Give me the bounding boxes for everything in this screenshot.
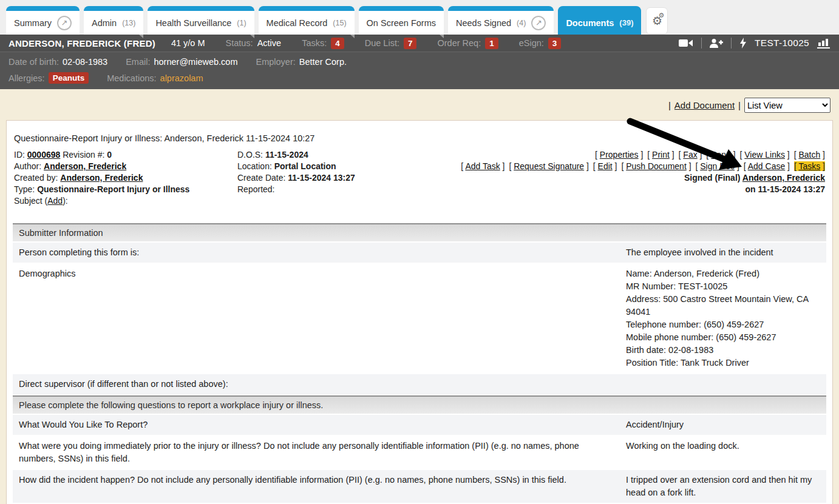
action-request-signature[interactable]: Request Signature bbox=[509, 161, 589, 171]
tab-count: (15) bbox=[333, 19, 346, 27]
dos-value: 11-15-2024 bbox=[265, 150, 308, 160]
answer-cell: Name: Anderson, Frederick (Fred) MR Numb… bbox=[620, 264, 826, 373]
document-panel: Questionnaire-Report Injury or Illness: … bbox=[6, 120, 833, 504]
chart-tab-bar: Summary ↗ Admin (13) Health Surveillance… bbox=[0, 0, 839, 35]
action-properties[interactable]: Properties bbox=[595, 150, 643, 160]
order-req-count-badge[interactable]: 1 bbox=[485, 38, 498, 49]
document-title: Questionnaire-Report Injury or Illness: … bbox=[7, 121, 832, 143]
type-label: Type: bbox=[14, 184, 35, 194]
answer-cell: The employee involved in the incident bbox=[620, 243, 826, 263]
tab-on-screen-forms[interactable]: On Screen Forms bbox=[359, 6, 444, 35]
document-id-link[interactable]: 0000698 bbox=[27, 150, 61, 160]
medication-value[interactable]: alprazolam bbox=[160, 73, 203, 83]
employer-value: Better Corp. bbox=[299, 57, 347, 67]
tab-admin[interactable]: Admin (13) bbox=[84, 6, 143, 35]
action-tasks-highlighted[interactable]: Tasks bbox=[794, 161, 825, 171]
action-send[interactable]: Send bbox=[706, 150, 735, 160]
tab-health-surveillance[interactable]: Health Surveillance (1) bbox=[148, 6, 254, 35]
settings-button[interactable]: ⚙ ⚙ bbox=[646, 7, 668, 35]
question-cell: Demographics bbox=[13, 264, 620, 373]
answer-cell: Accident/Injury bbox=[620, 415, 826, 435]
patient-header-bar: ANDERSON, FREDERICK (FRED) 41 y/o M Stat… bbox=[0, 35, 839, 52]
tab-summary[interactable]: Summary ↗ bbox=[6, 6, 80, 35]
order-req-label: Order Req: bbox=[437, 38, 481, 48]
tab-dropdown-fold-icon bbox=[250, 35, 254, 38]
due-list-label: Due List: bbox=[365, 38, 399, 48]
question-cell: How did the incident happen? Do not incl… bbox=[13, 470, 620, 503]
type-value: Questionnaire-Report Injury or Illness bbox=[37, 184, 189, 194]
add-document-link[interactable]: Add Document bbox=[674, 100, 735, 110]
signed-date: on 11-15-2024 13:27 bbox=[745, 184, 825, 194]
action-sign-doc[interactable]: Sign Doc bbox=[695, 161, 739, 171]
action-push-document[interactable]: Push Document bbox=[621, 161, 691, 171]
status-value: Active bbox=[257, 38, 282, 48]
email-label: Email: bbox=[126, 57, 150, 67]
tab-label: Documents bbox=[566, 18, 614, 28]
answer-cell bbox=[620, 374, 826, 394]
subject-label: Subject ( bbox=[14, 196, 47, 206]
section-header: Submitter Information bbox=[13, 223, 826, 241]
pipe: | bbox=[738, 100, 741, 110]
lightning-bolt-icon[interactable] bbox=[739, 38, 747, 49]
table-row: How did the incident happen? Do not incl… bbox=[13, 470, 826, 503]
patient-details: Date of birth: 02-08-1983 Email: horner@… bbox=[0, 52, 839, 89]
allergies-label: Allergies: bbox=[8, 73, 45, 83]
created-by-link[interactable]: Anderson, Frederick bbox=[60, 173, 143, 183]
answer-cell: Working on the loading dock. bbox=[620, 436, 826, 469]
tab-documents[interactable]: Documents (39) bbox=[558, 6, 641, 35]
action-view-links[interactable]: View Links bbox=[740, 150, 790, 160]
allergy-badge[interactable]: Peanuts bbox=[49, 72, 89, 84]
tab-needs-signed[interactable]: Needs Signed (4) ↗ bbox=[448, 6, 554, 35]
employer-label: Employer: bbox=[256, 57, 296, 67]
video-camera-icon[interactable] bbox=[679, 38, 693, 48]
tasks-count-badge[interactable]: 4 bbox=[331, 38, 344, 49]
revision-value: 0 bbox=[107, 150, 112, 160]
answer-cell: I tripped over an extension cord and the… bbox=[620, 470, 826, 503]
subject-add-link[interactable]: Add bbox=[47, 196, 63, 206]
tab-count: (39) bbox=[619, 18, 633, 27]
table-row: Person completing this form is: The empl… bbox=[13, 243, 826, 263]
tab-label: Health Surveillance bbox=[155, 18, 231, 28]
action-edit[interactable]: Edit bbox=[593, 161, 617, 171]
action-fax[interactable]: Fax bbox=[679, 150, 702, 160]
id-label: ID: bbox=[14, 150, 25, 160]
dob-value: 02-08-1983 bbox=[63, 57, 107, 67]
question-cell: What Would You Like To Report? bbox=[13, 415, 620, 435]
status-label: Status: bbox=[225, 38, 253, 48]
create-date-value: 11-15-2024 13:27 bbox=[288, 173, 355, 183]
external-link-icon[interactable]: ↗ bbox=[57, 16, 72, 30]
action-add-case[interactable]: Add Case bbox=[744, 161, 790, 171]
document-actions: Properties Print Fax Send View Links Bat… bbox=[419, 149, 825, 207]
location-value: Portal Location bbox=[274, 161, 336, 171]
tab-label: On Screen Forms bbox=[367, 18, 436, 28]
esign-count-badge[interactable]: 3 bbox=[548, 38, 562, 49]
created-by-label: Created by: bbox=[14, 173, 58, 183]
tasks-label: Tasks: bbox=[302, 38, 327, 48]
patient-name: ANDERSON, FREDERICK (FRED) bbox=[8, 38, 155, 49]
mr-number: TEST-10025 bbox=[755, 38, 809, 49]
subject-label-close: ): bbox=[63, 196, 68, 206]
documents-toolbar: | Add Document | List View bbox=[0, 89, 839, 113]
action-batch[interactable]: Batch bbox=[794, 150, 825, 160]
tab-medical-record[interactable]: Medical Record (15) bbox=[259, 6, 355, 35]
gear-small-icon: ⚙ bbox=[659, 12, 665, 19]
tab-label: Summary bbox=[14, 18, 52, 28]
author-label: Author: bbox=[14, 161, 41, 171]
table-row: What Would You Like To Report? Accident/… bbox=[13, 415, 826, 435]
tab-label: Needs Signed bbox=[456, 18, 511, 28]
questionnaire-table: Submitter Information Person completing … bbox=[13, 223, 826, 504]
tab-count: (13) bbox=[122, 19, 135, 27]
patient-age-sex: 41 y/o M bbox=[171, 38, 205, 48]
bar-chart-icon[interactable] bbox=[817, 38, 831, 49]
action-print[interactable]: Print bbox=[647, 150, 674, 160]
author-link[interactable]: Anderson, Frederick bbox=[44, 161, 126, 171]
add-person-icon[interactable] bbox=[710, 38, 723, 49]
table-row: Demographics Name: Anderson, Frederick (… bbox=[13, 264, 826, 373]
signed-by-link[interactable]: Anderson, Frederick bbox=[742, 173, 825, 183]
tab-label: Medical Record bbox=[267, 18, 328, 28]
action-add-task[interactable]: Add Task bbox=[461, 161, 504, 171]
view-mode-select[interactable]: List View bbox=[744, 98, 831, 113]
due-list-count-badge[interactable]: 7 bbox=[404, 38, 417, 49]
dos-label: D.O.S: bbox=[237, 150, 263, 160]
external-link-icon[interactable]: ↗ bbox=[531, 16, 546, 30]
